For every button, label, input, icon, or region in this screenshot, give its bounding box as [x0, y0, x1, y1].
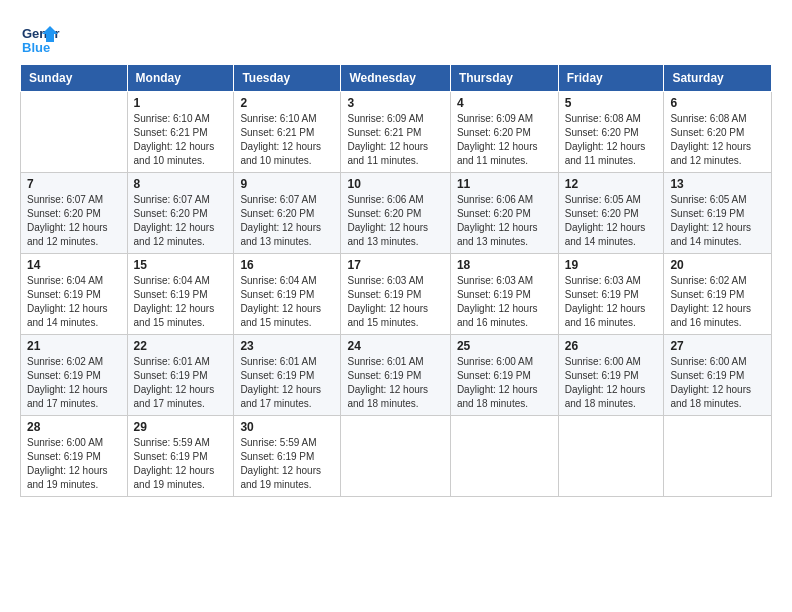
day-number: 8 [134, 177, 228, 191]
day-info: Sunrise: 6:00 AMSunset: 6:19 PMDaylight:… [27, 436, 121, 492]
calendar-cell: 21Sunrise: 6:02 AMSunset: 6:19 PMDayligh… [21, 335, 128, 416]
logo: General Blue [20, 16, 64, 56]
calendar-cell: 18Sunrise: 6:03 AMSunset: 6:19 PMDayligh… [450, 254, 558, 335]
day-info: Sunrise: 5:59 AMSunset: 6:19 PMDaylight:… [240, 436, 334, 492]
calendar-cell: 16Sunrise: 6:04 AMSunset: 6:19 PMDayligh… [234, 254, 341, 335]
calendar-cell: 30Sunrise: 5:59 AMSunset: 6:19 PMDayligh… [234, 416, 341, 497]
calendar-cell [450, 416, 558, 497]
week-row-2: 7Sunrise: 6:07 AMSunset: 6:20 PMDaylight… [21, 173, 772, 254]
day-info: Sunrise: 6:00 AMSunset: 6:19 PMDaylight:… [670, 355, 765, 411]
day-info: Sunrise: 6:01 AMSunset: 6:19 PMDaylight:… [347, 355, 443, 411]
day-number: 25 [457, 339, 552, 353]
day-number: 27 [670, 339, 765, 353]
calendar-cell: 7Sunrise: 6:07 AMSunset: 6:20 PMDaylight… [21, 173, 128, 254]
calendar-cell: 8Sunrise: 6:07 AMSunset: 6:20 PMDaylight… [127, 173, 234, 254]
day-number: 1 [134, 96, 228, 110]
calendar-cell [341, 416, 450, 497]
day-info: Sunrise: 6:04 AMSunset: 6:19 PMDaylight:… [134, 274, 228, 330]
calendar-cell: 25Sunrise: 6:00 AMSunset: 6:19 PMDayligh… [450, 335, 558, 416]
calendar-body: 1Sunrise: 6:10 AMSunset: 6:21 PMDaylight… [21, 92, 772, 497]
day-number: 18 [457, 258, 552, 272]
calendar-cell: 2Sunrise: 6:10 AMSunset: 6:21 PMDaylight… [234, 92, 341, 173]
calendar-cell: 28Sunrise: 6:00 AMSunset: 6:19 PMDayligh… [21, 416, 128, 497]
day-info: Sunrise: 6:08 AMSunset: 6:20 PMDaylight:… [670, 112, 765, 168]
week-row-1: 1Sunrise: 6:10 AMSunset: 6:21 PMDaylight… [21, 92, 772, 173]
week-row-3: 14Sunrise: 6:04 AMSunset: 6:19 PMDayligh… [21, 254, 772, 335]
calendar-cell: 4Sunrise: 6:09 AMSunset: 6:20 PMDaylight… [450, 92, 558, 173]
day-number: 11 [457, 177, 552, 191]
day-info: Sunrise: 6:10 AMSunset: 6:21 PMDaylight:… [134, 112, 228, 168]
weekday-tuesday: Tuesday [234, 65, 341, 92]
calendar-cell: 10Sunrise: 6:06 AMSunset: 6:20 PMDayligh… [341, 173, 450, 254]
day-info: Sunrise: 6:01 AMSunset: 6:19 PMDaylight:… [134, 355, 228, 411]
calendar-cell: 24Sunrise: 6:01 AMSunset: 6:19 PMDayligh… [341, 335, 450, 416]
calendar-cell: 27Sunrise: 6:00 AMSunset: 6:19 PMDayligh… [664, 335, 772, 416]
day-number: 19 [565, 258, 658, 272]
day-info: Sunrise: 6:02 AMSunset: 6:19 PMDaylight:… [670, 274, 765, 330]
day-info: Sunrise: 6:00 AMSunset: 6:19 PMDaylight:… [457, 355, 552, 411]
calendar-cell [21, 92, 128, 173]
calendar-cell: 5Sunrise: 6:08 AMSunset: 6:20 PMDaylight… [558, 92, 664, 173]
day-info: Sunrise: 6:10 AMSunset: 6:21 PMDaylight:… [240, 112, 334, 168]
day-number: 6 [670, 96, 765, 110]
day-info: Sunrise: 6:00 AMSunset: 6:19 PMDaylight:… [565, 355, 658, 411]
logo-icon: General Blue [20, 16, 60, 56]
day-number: 4 [457, 96, 552, 110]
calendar-cell: 1Sunrise: 6:10 AMSunset: 6:21 PMDaylight… [127, 92, 234, 173]
day-info: Sunrise: 6:06 AMSunset: 6:20 PMDaylight:… [457, 193, 552, 249]
calendar-cell: 26Sunrise: 6:00 AMSunset: 6:19 PMDayligh… [558, 335, 664, 416]
day-info: Sunrise: 6:03 AMSunset: 6:19 PMDaylight:… [565, 274, 658, 330]
day-info: Sunrise: 6:05 AMSunset: 6:20 PMDaylight:… [565, 193, 658, 249]
weekday-header-row: SundayMondayTuesdayWednesdayThursdayFrid… [21, 65, 772, 92]
day-number: 7 [27, 177, 121, 191]
weekday-thursday: Thursday [450, 65, 558, 92]
svg-text:Blue: Blue [22, 40, 50, 55]
week-row-4: 21Sunrise: 6:02 AMSunset: 6:19 PMDayligh… [21, 335, 772, 416]
day-number: 24 [347, 339, 443, 353]
calendar-cell: 12Sunrise: 6:05 AMSunset: 6:20 PMDayligh… [558, 173, 664, 254]
calendar-cell: 14Sunrise: 6:04 AMSunset: 6:19 PMDayligh… [21, 254, 128, 335]
day-number: 3 [347, 96, 443, 110]
weekday-wednesday: Wednesday [341, 65, 450, 92]
day-number: 15 [134, 258, 228, 272]
day-number: 13 [670, 177, 765, 191]
day-number: 12 [565, 177, 658, 191]
day-info: Sunrise: 6:04 AMSunset: 6:19 PMDaylight:… [27, 274, 121, 330]
day-number: 9 [240, 177, 334, 191]
calendar-cell: 9Sunrise: 6:07 AMSunset: 6:20 PMDaylight… [234, 173, 341, 254]
week-row-5: 28Sunrise: 6:00 AMSunset: 6:19 PMDayligh… [21, 416, 772, 497]
day-info: Sunrise: 6:05 AMSunset: 6:19 PMDaylight:… [670, 193, 765, 249]
calendar-cell: 13Sunrise: 6:05 AMSunset: 6:19 PMDayligh… [664, 173, 772, 254]
day-number: 17 [347, 258, 443, 272]
weekday-monday: Monday [127, 65, 234, 92]
day-info: Sunrise: 6:04 AMSunset: 6:19 PMDaylight:… [240, 274, 334, 330]
calendar-cell: 15Sunrise: 6:04 AMSunset: 6:19 PMDayligh… [127, 254, 234, 335]
day-number: 22 [134, 339, 228, 353]
calendar-cell: 6Sunrise: 6:08 AMSunset: 6:20 PMDaylight… [664, 92, 772, 173]
day-number: 14 [27, 258, 121, 272]
day-number: 2 [240, 96, 334, 110]
day-number: 29 [134, 420, 228, 434]
calendar-cell: 19Sunrise: 6:03 AMSunset: 6:19 PMDayligh… [558, 254, 664, 335]
day-number: 26 [565, 339, 658, 353]
day-number: 10 [347, 177, 443, 191]
calendar-cell: 29Sunrise: 5:59 AMSunset: 6:19 PMDayligh… [127, 416, 234, 497]
day-info: Sunrise: 6:09 AMSunset: 6:20 PMDaylight:… [457, 112, 552, 168]
calendar-cell: 3Sunrise: 6:09 AMSunset: 6:21 PMDaylight… [341, 92, 450, 173]
day-info: Sunrise: 6:09 AMSunset: 6:21 PMDaylight:… [347, 112, 443, 168]
calendar-cell: 20Sunrise: 6:02 AMSunset: 6:19 PMDayligh… [664, 254, 772, 335]
day-number: 23 [240, 339, 334, 353]
calendar-cell: 11Sunrise: 6:06 AMSunset: 6:20 PMDayligh… [450, 173, 558, 254]
day-info: Sunrise: 6:01 AMSunset: 6:19 PMDaylight:… [240, 355, 334, 411]
day-info: Sunrise: 6:06 AMSunset: 6:20 PMDaylight:… [347, 193, 443, 249]
day-number: 16 [240, 258, 334, 272]
day-info: Sunrise: 5:59 AMSunset: 6:19 PMDaylight:… [134, 436, 228, 492]
calendar-cell [558, 416, 664, 497]
day-info: Sunrise: 6:02 AMSunset: 6:19 PMDaylight:… [27, 355, 121, 411]
day-number: 30 [240, 420, 334, 434]
day-number: 28 [27, 420, 121, 434]
day-number: 21 [27, 339, 121, 353]
day-info: Sunrise: 6:07 AMSunset: 6:20 PMDaylight:… [240, 193, 334, 249]
day-info: Sunrise: 6:07 AMSunset: 6:20 PMDaylight:… [134, 193, 228, 249]
calendar-table: SundayMondayTuesdayWednesdayThursdayFrid… [20, 64, 772, 497]
